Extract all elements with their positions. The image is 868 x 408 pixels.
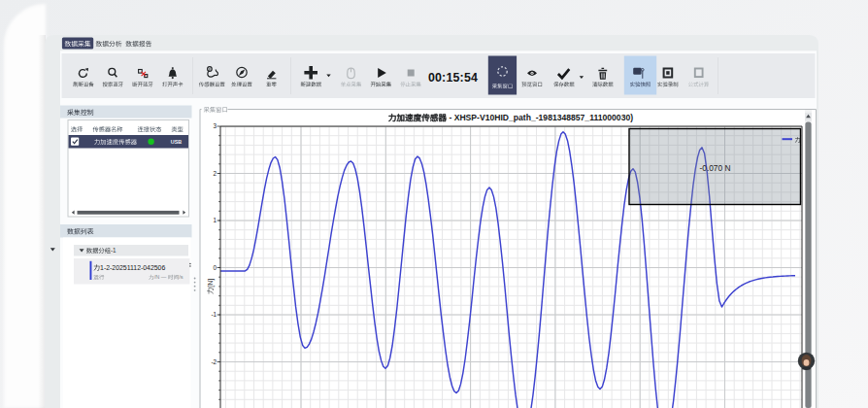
svg-text:-1: -1 [211, 311, 217, 318]
svg-text:[N]: [N] [206, 279, 215, 288]
svg-text:/N —: /N — [154, 274, 168, 280]
svg-text:-2: -2 [211, 358, 217, 365]
svg-text:/s: /s [179, 274, 184, 280]
svg-text:USB: USB [171, 139, 182, 145]
svg-text:0: 0 [213, 264, 217, 271]
svg-text:00:15:54: 00:15:54 [428, 71, 478, 85]
svg-text:3: 3 [213, 122, 217, 129]
svg-text:-0.070 N: -0.070 N [699, 163, 730, 173]
svg-text:- XHSP-V10HID_path_-1981348857: - XHSP-V10HID_path_-1981348857_111000030… [447, 113, 633, 122]
svg-text:-1: -1 [111, 247, 117, 254]
svg-text:1-2-20251112-042506: 1-2-20251112-042506 [100, 264, 165, 271]
svg-text:2: 2 [213, 170, 217, 177]
svg-text:1: 1 [213, 217, 217, 223]
